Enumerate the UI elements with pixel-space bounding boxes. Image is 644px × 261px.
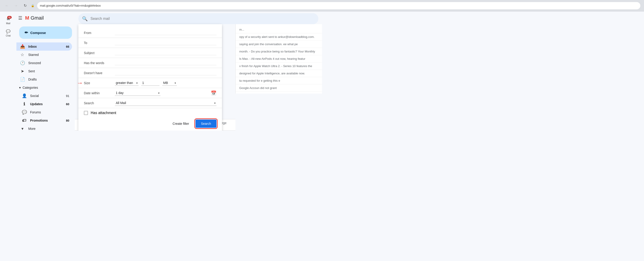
back-button[interactable]: ← [4, 3, 10, 9]
sidebar-item-promotions[interactable]: 🏷 Promotions 80 [18, 116, 72, 125]
sidebar-item-forums[interactable]: 💬 Forums [18, 108, 72, 116]
size-operator-wrapper: greater than less than [115, 80, 138, 86]
sidebar-item-updates[interactable]: ℹ Updates 60 [18, 100, 72, 108]
search-placeholder: Search mail [90, 17, 110, 21]
to-input[interactable] [115, 40, 216, 45]
date-within-select[interactable]: 1 day 3 days 1 week 2 weeks 1 month 2 mo… [115, 90, 160, 96]
social-label: Social [30, 94, 62, 98]
date-row: Date within 1 day 3 days 1 week 2 weeks … [78, 88, 222, 98]
sent-icon: ➤ [20, 69, 24, 74]
subject-row: Subject [78, 48, 222, 58]
has-words-input[interactable] [115, 61, 216, 65]
gmail-logo: M Gmail [25, 15, 44, 21]
snippet-1: opy of a security alert sent to ankur@id… [236, 33, 322, 41]
sidebar-item-mail[interactable]: ✉ 66 Mail [1, 15, 15, 27]
left-icon-strip: ✉ 66 Mail 💬 Chat [0, 12, 16, 131]
promotions-icon: 🏷 [22, 118, 26, 123]
size-unit-wrapper: MB KB Bytes [162, 80, 177, 86]
mail-badge-wrapper: ✉ 66 [7, 17, 10, 21]
search-dropdown: From To Subject Has the words Doesn't ha… [78, 24, 222, 131]
action-row: Create filter Search [78, 118, 222, 130]
promotions-label: Promotions [30, 119, 62, 122]
has-attachment-label: Has attachment [91, 111, 116, 115]
from-input[interactable] [115, 30, 216, 35]
sidebar-item-inbox[interactable]: 📥 Inbox 66 [16, 43, 72, 51]
address-bar[interactable]: mail.google.com/mail/u/0/?tab=rm&ogbl#in… [37, 2, 322, 9]
compose-label: Compose [30, 31, 46, 35]
snippet-7: ta requested for e getting this e [236, 77, 322, 84]
categories-list: 👤 Social 91 ℹ Updates 60 💬 Forums 🏷 Prom… [16, 92, 75, 125]
chat-icon: 💬 [6, 29, 10, 34]
forward-button[interactable]: → [13, 3, 19, 9]
subject-input[interactable] [115, 50, 216, 55]
create-filter-button[interactable]: Create filter [170, 120, 192, 127]
search-in-row: Search All Mail Inbox Starred Sent Draft… [78, 98, 222, 108]
updates-label: Updates [30, 102, 62, 106]
social-count: 91 [66, 94, 69, 98]
chat-icon-label: Chat [6, 35, 10, 37]
doesnt-have-input[interactable] [115, 71, 216, 75]
main-content: 🔍 Search mail From To Subject Ha [75, 12, 322, 131]
inbox-icon: 📥 [20, 44, 24, 49]
url-text: mail.google.com/mail/u/0/?tab=rm&ogbl#in… [40, 4, 101, 7]
categories-header[interactable]: ▾ Categories [16, 84, 72, 92]
mail-icon-label: Mail [6, 22, 10, 25]
updates-count: 60 [66, 102, 69, 106]
drafts-label: Drafts [28, 78, 69, 81]
snippet-3: month. - Do you practice being so fantas… [236, 48, 322, 55]
date-within-label: Date within [84, 91, 111, 95]
inbox-count: 66 [66, 45, 69, 48]
snoozed-label: Snoozed [28, 61, 69, 65]
forums-label: Forums [30, 110, 69, 114]
promotions-count: 80 [66, 119, 69, 122]
compose-icon: ✏ [24, 30, 28, 35]
search-in-select[interactable]: All Mail Inbox Starred Sent Drafts Spam … [115, 100, 216, 106]
has-words-row: Has the words [78, 58, 222, 68]
app-title: Gmail [30, 15, 44, 21]
sidebar: ☰ M Gmail ✏ Compose 📥 Inbox 66 ☆ Starred… [16, 12, 75, 131]
compose-button[interactable]: ✏ Compose [19, 27, 72, 39]
inbox-label: Inbox [28, 45, 62, 48]
arrow-indicator: → [76, 79, 83, 87]
snippet-2: saying and join the conversation. ee wha… [236, 41, 322, 48]
size-value-input[interactable] [141, 80, 160, 86]
from-row: From [78, 28, 222, 38]
size-unit-select[interactable]: MB KB Bytes [162, 80, 177, 86]
sidebar-item-snoozed[interactable]: 🕐 Snoozed [16, 59, 72, 67]
sidebar-item-sent[interactable]: ➤ Sent [16, 67, 72, 75]
has-attachment-checkbox[interactable] [84, 111, 88, 115]
mail-badge: 66 [7, 16, 12, 19]
sidebar-item-drafts[interactable]: 📄 Drafts [16, 75, 72, 84]
sidebar-item-more[interactable]: ▾ More [16, 125, 72, 131]
has-words-label: Has the words [84, 61, 111, 65]
search-icon: 🔍 [82, 16, 88, 22]
search-bar[interactable]: 🔍 Search mail [78, 13, 318, 24]
size-operator-select[interactable]: greater than less than [115, 80, 138, 86]
categories-label: Categories [22, 86, 38, 89]
sidebar-item-chat-icon[interactable]: 💬 Chat [1, 27, 15, 39]
search-button[interactable]: Search [196, 120, 216, 128]
email-preview-panel: m... opy of a security alert sent to ank… [236, 24, 322, 94]
snippet-0: m... [236, 26, 322, 33]
search-in-label: Search [84, 101, 111, 105]
attachment-row: Has attachment [78, 108, 222, 118]
sidebar-item-social[interactable]: 👤 Social 91 [18, 92, 72, 100]
hamburger-button[interactable]: ☰ [18, 15, 22, 21]
size-controls: greater than less than MB KB Bytes [115, 80, 216, 86]
drafts-icon: 📄 [20, 77, 24, 82]
starred-icon: ☆ [20, 52, 24, 57]
calendar-icon[interactable]: 📅 [211, 90, 216, 96]
subject-label: Subject [84, 51, 111, 55]
refresh-button[interactable]: ↻ [22, 3, 28, 9]
doesnt-have-label: Doesn't have [84, 71, 111, 75]
search-in-wrapper: All Mail Inbox Starred Sent Drafts Spam … [115, 100, 216, 106]
snippet-5: v finish for Apple Watch Ultra 2. - Seri… [236, 63, 322, 70]
sidebar-item-starred[interactable]: ☆ Starred [16, 51, 72, 59]
browser-chrome: ← → ↻ 🔒 mail.google.com/mail/u/0/?tab=rm… [0, 0, 322, 12]
forums-icon: 💬 [22, 110, 26, 115]
from-label: From [84, 31, 111, 35]
sent-label: Sent [28, 69, 69, 73]
snippet-8: Google Accoun did not grant [236, 84, 322, 92]
more-label: More [28, 127, 69, 131]
gmail-m-red: M [25, 15, 29, 21]
